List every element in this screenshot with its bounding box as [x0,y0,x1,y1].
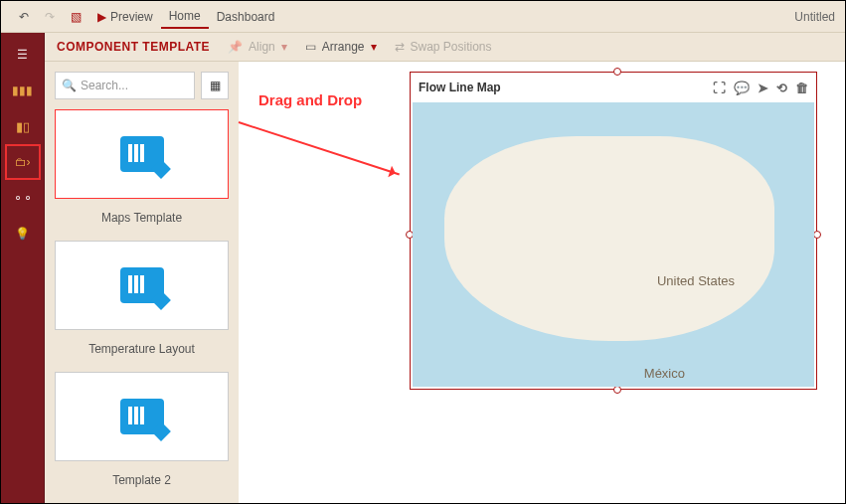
tab-dashboard[interactable]: Dashboard [209,6,283,28]
template-icon [120,399,164,434]
template-icon [120,136,164,172]
chart-icon[interactable]: ▮▮▮ [13,81,33,100]
template-card[interactable] [55,109,229,199]
report-icon[interactable]: ▮▯ [13,116,33,136]
template-label: Temperature Layout [55,340,229,362]
resize-handle[interactable] [813,231,821,239]
search-placeholder: Search... [81,79,128,92]
refresh-icon[interactable]: ⟲ [776,81,787,95]
annotation-text: Drag and Drop [258,91,362,108]
swap-btn: ⇄ Swap Positions [395,40,492,54]
map-body[interactable]: United States México [413,102,814,387]
template-panel: 🔍 Search... ▦ Maps Template Temperature … [45,62,239,503]
template-label: Template 2 [55,471,229,493]
resize-handle[interactable] [613,386,621,394]
template-label: Maps Template [55,209,229,231]
undo-btn[interactable]: ↶ [11,6,37,28]
template-card[interactable] [55,241,229,330]
resize-handle[interactable] [613,68,621,76]
map-label: México [644,366,685,381]
idea-icon[interactable]: 💡 [13,224,33,244]
save-btn[interactable]: ▧ [63,6,89,28]
canvas[interactable]: Drag and Drop Flow Line Map ⛶ 💬 ➤ ⟲ 🗑 Un… [239,62,845,503]
sidebar: ☰ ▮▮▮ ▮▯ 🗀› ⚬⚬ 💡 [1,33,45,503]
grid-view-btn[interactable]: ▦ [201,72,229,99]
preview-label: Preview [110,10,153,24]
tab-home[interactable]: Home [161,5,209,29]
preview-btn[interactable]: ▶Preview [89,6,161,28]
redo-btn[interactable]: ↷ [37,6,63,28]
tree-icon[interactable]: ⚬⚬ [13,188,33,208]
annotation-arrow [239,121,400,175]
map-land [444,136,773,341]
template-icon [120,267,164,303]
delete-icon[interactable]: 🗑 [795,81,808,95]
search-input[interactable]: 🔍 Search... [55,72,195,99]
map-title: Flow Line Map [419,81,501,94]
section-title: COMPONENT TEMPLATE [57,40,210,54]
map-label: United States [657,273,735,288]
share-icon[interactable]: ➤ [758,81,768,95]
doc-title: Untitled [794,10,835,24]
arrange-menu[interactable]: ▭ Arrange ▾ [305,40,377,54]
menu-icon[interactable]: ☰ [13,45,33,65]
expand-icon[interactable]: ⛶ [713,81,726,95]
align-menu: 📌 Align ▾ [228,40,287,54]
templates-icon[interactable]: 🗀› [13,152,33,172]
map-widget[interactable]: Flow Line Map ⛶ 💬 ➤ ⟲ 🗑 United States Mé… [410,72,817,390]
comment-icon[interactable]: 💬 [734,81,750,95]
template-card[interactable] [55,372,229,461]
